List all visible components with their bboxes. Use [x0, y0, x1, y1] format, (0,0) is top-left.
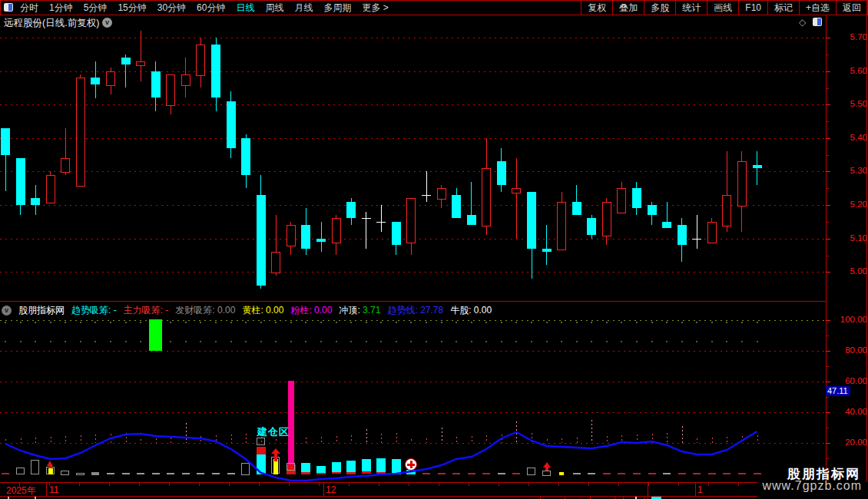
indicator-tick-column — [65, 436, 66, 443]
hollow-gray-box — [76, 473, 84, 475]
candle — [737, 0, 747, 301]
buy-arrow-icon — [543, 462, 551, 471]
indicator-axis-tick — [826, 320, 830, 321]
grid-dot — [696, 341, 697, 342]
indicator-tick-column — [95, 435, 96, 443]
price-axis-minor-tick — [826, 55, 829, 55]
legend-chevron-icon[interactable]: v — [2, 306, 12, 316]
indicator-tick-column — [336, 436, 337, 443]
indicator-tick-column — [727, 437, 727, 443]
grid-dot — [350, 341, 352, 342]
indicator-tick-column — [502, 435, 502, 443]
indicator-axis-tick — [826, 412, 830, 413]
grid-dot — [741, 341, 743, 342]
grid-dot — [94, 341, 96, 342]
grid-dot — [441, 322, 442, 323]
indicator-tick-column — [426, 438, 427, 443]
zero-dash — [512, 473, 520, 474]
grid-dot — [125, 322, 127, 323]
candle — [30, 0, 41, 301]
indicator-tick-column — [591, 420, 592, 443]
candle-body-up — [136, 61, 145, 66]
accumulation-bar-red — [316, 473, 326, 474]
legend-item: 发财吸筹: 0.00 — [175, 304, 235, 317]
date-tick — [319, 483, 320, 486]
indicator-axis-minor-tick — [826, 397, 829, 398]
grid-dot — [185, 341, 187, 342]
grid-dot — [561, 341, 562, 342]
indicator-tick-column — [396, 433, 397, 443]
grid-dot — [215, 322, 217, 323]
price-axis-minor-tick — [826, 256, 829, 256]
grid-dot — [426, 341, 427, 342]
candle-body-down — [121, 58, 131, 64]
price-axis-label: 5.10 — [837, 233, 867, 243]
grid-dot — [485, 341, 487, 342]
price-axis-tick — [826, 171, 830, 172]
candle-body-down — [211, 45, 220, 98]
grid-dot — [336, 341, 337, 342]
indicator-tick-column — [381, 434, 382, 443]
zero-dash — [227, 473, 235, 474]
price-axis-tick — [826, 205, 830, 206]
zero-dash — [693, 473, 701, 474]
grid-dot — [275, 341, 277, 342]
date-tick — [528, 483, 529, 486]
indicator-axis-label: 20.00 — [833, 438, 867, 447]
indicator-tick-column — [5, 439, 6, 443]
candle-doji-body — [422, 195, 431, 196]
zero-dash — [754, 473, 761, 474]
date-tick — [349, 483, 350, 486]
candle-body-up — [196, 45, 205, 76]
grid-dot — [531, 341, 532, 342]
indicator-axis-label: 60.00 — [833, 376, 867, 385]
zero-dash — [422, 473, 430, 474]
date-tick — [499, 483, 499, 486]
grid-dot — [110, 322, 111, 323]
candle-body-up — [61, 158, 70, 173]
zero-dash — [498, 473, 505, 474]
grid-dot — [50, 341, 51, 342]
indicator-axis-tick — [826, 382, 830, 382]
grid-dot — [320, 341, 322, 342]
indicator-tick-column — [472, 436, 472, 443]
gray-bar — [91, 472, 99, 475]
indicator-axis-tick — [826, 351, 830, 352]
accumulation-bar-cyan — [301, 463, 310, 472]
grid-dot — [666, 341, 668, 342]
accumulation-bar-red — [376, 472, 386, 474]
candle-wick — [381, 205, 382, 232]
grid-dot — [5, 341, 6, 342]
date-tick — [169, 483, 170, 486]
accumulation-bar-red — [301, 472, 310, 474]
candle — [631, 0, 642, 301]
zero-dash — [182, 473, 190, 474]
grid-dot — [456, 341, 457, 342]
arrow-shaft — [274, 454, 277, 461]
yellow-bar — [273, 459, 278, 474]
grid-dot — [35, 322, 36, 323]
year-label: 2025年 — [6, 484, 36, 497]
candle — [376, 0, 386, 301]
candle-doji-body — [376, 222, 386, 223]
price-axis-minor-tick — [826, 88, 829, 89]
grid-dot — [5, 322, 6, 323]
price-axis-label: 5.00 — [837, 266, 867, 276]
zero-dash — [723, 473, 731, 474]
zero-dash — [212, 473, 220, 474]
date-separator — [46, 483, 47, 496]
indicator-axis-label: 100.00 — [833, 315, 867, 324]
grid-dot — [606, 322, 608, 323]
candle — [270, 0, 281, 301]
candle — [286, 0, 297, 301]
zero-dash — [468, 473, 475, 474]
date-tick — [558, 483, 559, 486]
indicator-source-label: 股朋指标网 — [18, 304, 65, 317]
grid-dot — [741, 322, 743, 323]
zero-dash — [167, 473, 174, 474]
grid-dot — [410, 322, 412, 323]
candle-body-down — [452, 195, 461, 219]
price-axis-tick — [826, 38, 830, 38]
legend-item: 牛股: 0.00 — [450, 304, 492, 317]
candle-wick — [516, 158, 517, 239]
